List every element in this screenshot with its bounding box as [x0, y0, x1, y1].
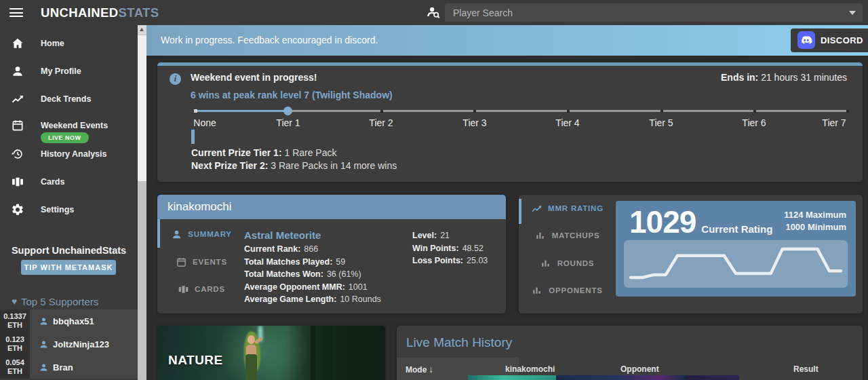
- nature-art-glow: [215, 326, 310, 380]
- logo-secondary: STATS: [119, 5, 159, 20]
- bar-chart-icon: [540, 258, 552, 269]
- main-scrollbar[interactable]: [138, 25, 146, 380]
- tier-label: Tier 7: [822, 117, 846, 128]
- hamburger-menu-icon[interactable]: [9, 8, 23, 18]
- player-name: kinakomochi: [167, 195, 232, 219]
- event-title: Weekend event in progress!: [191, 72, 317, 83]
- sidebar-item-settings[interactable]: Settings: [0, 196, 138, 224]
- stat-level: Level:21: [412, 231, 450, 240]
- nature-art-face: [248, 335, 255, 344]
- column-header-mode[interactable]: Mode↓: [406, 364, 433, 375]
- supporter-row[interactable]: 0.054ETH Bran: [0, 356, 138, 379]
- stat-matches-won: Total Matches Won:36 (61%): [244, 269, 361, 279]
- stat-loss-points: Loss Points:25.03: [412, 256, 488, 265]
- supporter-row[interactable]: 0.123ETH JoltzNinja123: [0, 332, 138, 356]
- trending-up-icon: [531, 203, 542, 214]
- tier-tick: [846, 110, 849, 113]
- discord-button[interactable]: DISCORD: [791, 28, 868, 52]
- nature-art-tree: [311, 326, 316, 380]
- scrollbar-thumb[interactable]: [138, 35, 146, 181]
- tab-events[interactable]: EVENTS: [157, 254, 245, 270]
- tier-progress-fill: [195, 110, 288, 112]
- tip-with-metamask-button[interactable]: TIP WITH METAMASK: [21, 260, 116, 275]
- column-header-player[interactable]: kinakomochi: [505, 364, 555, 374]
- person-icon: [39, 362, 49, 373]
- nature-art-tree: [351, 326, 356, 380]
- trending-up-icon: [11, 92, 24, 106]
- prize-accent-bar: [191, 130, 195, 144]
- rating-maximum: 1124 Maximum: [784, 209, 846, 221]
- live-match-history-card: Live Match History Mode↓ kinakomochi Opp…: [397, 326, 863, 380]
- tier-tick: [753, 110, 756, 113]
- tier-tick: [567, 110, 570, 113]
- heart-icon: ♥: [12, 296, 17, 307]
- person-icon: [39, 316, 49, 326]
- tier-label: Tier 1: [276, 117, 300, 128]
- current-prize: Current Prize Tier 1: 1 Rare Pack: [191, 147, 337, 158]
- tab-summary[interactable]: SUMMARY: [157, 226, 245, 242]
- person-icon: [39, 339, 49, 349]
- column-header-result[interactable]: Result: [793, 364, 818, 374]
- sidebar-item-history-analysis[interactable]: History Analysis: [0, 140, 138, 168]
- next-prize: Next Prize Tier 2: 3 Rare Packs in 14 mo…: [191, 160, 397, 171]
- tier-label: Tier 6: [742, 117, 766, 128]
- tab-rounds[interactable]: ROUNDS: [519, 255, 616, 271]
- match-row-thumbnail: [685, 375, 739, 380]
- player-search-input[interactable]: [445, 3, 840, 22]
- mmr-rating-panel: 1029Current Rating 1124 Maximum 1000 Min…: [616, 201, 856, 297]
- supporter-amount: 0.054ETH: [0, 356, 30, 379]
- tab-opponents[interactable]: OPPONENTS: [519, 282, 616, 299]
- topbar: UNCHAINEDSTATS: [0, 0, 868, 25]
- mmr-chart: [624, 240, 848, 288]
- tier-tick: [473, 110, 476, 113]
- stat-avg-game-length: Average Game Length:10 Rounds: [244, 294, 381, 304]
- tier-label: Tier 4: [555, 117, 579, 128]
- calendar-icon: [11, 119, 24, 132]
- sidebar-item-cards[interactable]: Cards: [0, 168, 138, 196]
- tier-tick: [380, 110, 383, 113]
- tab-cards[interactable]: CARDS: [157, 281, 245, 297]
- event-subtitle: 6 wins at peak rank level 7 (Twilight Sh…: [191, 90, 393, 100]
- stat-avg-opponent-mmr: Average Opponent MMR:1001: [244, 282, 368, 292]
- column-header-opponent[interactable]: Opponent: [620, 364, 659, 374]
- supporter-row[interactable]: 0.1337ETH bbqhax51: [0, 309, 138, 333]
- mmr-rating-card: MMR RATING MATCHUPS ROUNDS OPPONENTS 102…: [519, 195, 863, 314]
- rating-max-min: 1124 Maximum 1000 Minimum: [784, 209, 846, 233]
- stat-matches-played: Total Matches Played:59: [244, 257, 345, 267]
- nature-card[interactable]: NATURE: [157, 326, 385, 380]
- person-icon: [171, 229, 182, 240]
- sidebar-item-my-profile[interactable]: My Profile: [0, 58, 138, 86]
- tier-label: Tier 5: [649, 117, 673, 128]
- tier-label: Tier 2: [369, 117, 393, 128]
- bar-chart-icon: [535, 230, 547, 242]
- weekend-event-card: i Weekend event in progress! Ends in: 21…: [157, 62, 863, 182]
- sort-desc-icon: ↓: [429, 364, 433, 375]
- current-rating-label: Current Rating: [701, 223, 772, 235]
- tier-label: None: [193, 117, 216, 128]
- history-icon: [11, 147, 24, 161]
- info-icon: i: [170, 73, 181, 85]
- player-search-field[interactable]: [445, 3, 863, 22]
- tier-progress-knob[interactable]: [283, 107, 292, 115]
- supporter-amount: 0.123ETH: [0, 332, 30, 356]
- main-content: Work in progress. Feedback encouraged in…: [146, 25, 868, 380]
- player-search-icon: [426, 5, 441, 20]
- player-rank-title: Astral Meteorite: [244, 229, 321, 241]
- app-logo[interactable]: UNCHAINEDSTATS: [41, 0, 159, 25]
- top-supporters-title: ♥ Top 5 Supporters: [0, 295, 138, 309]
- scroll-up-arrow[interactable]: [138, 25, 146, 35]
- tab-mmr-rating[interactable]: MMR RATING: [519, 200, 616, 216]
- sidebar-item-deck-trends[interactable]: Deck Trends: [0, 86, 138, 113]
- bar-chart-icon: [532, 285, 543, 297]
- search-dropdown-caret-icon[interactable]: [849, 11, 856, 15]
- history-title: Live Match History: [406, 335, 512, 350]
- event-ends-in: Ends in: 21 hours 31 minutes: [721, 72, 847, 83]
- tier-label: Tier 3: [462, 117, 486, 128]
- tab-matchups[interactable]: MATCHUPS: [519, 227, 616, 244]
- player-card-header: kinakomochi: [157, 195, 506, 219]
- nature-card-label: NATURE: [168, 353, 223, 368]
- sidebar-item-home[interactable]: Home: [0, 30, 138, 58]
- current-rating-value: 1029: [629, 204, 696, 240]
- support-text: Support UnchainedStats: [0, 245, 138, 256]
- home-icon: [11, 37, 24, 50]
